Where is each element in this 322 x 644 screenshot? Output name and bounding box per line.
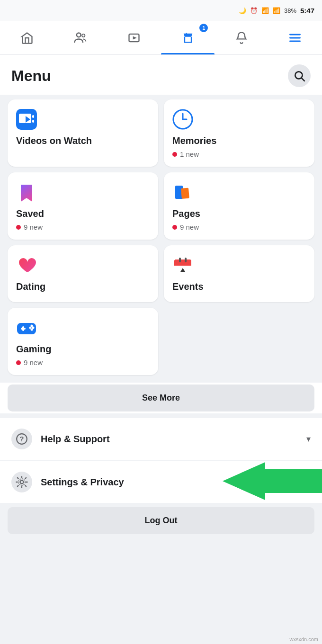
- logout-button[interactable]: Log Out: [8, 507, 314, 534]
- svg-rect-11: [19, 114, 31, 123]
- pages-badge-dot: [172, 225, 177, 230]
- svg-marker-37: [223, 462, 322, 500]
- svg-marker-3: [133, 36, 137, 39]
- svg-point-30: [32, 327, 35, 329]
- menu-card-events[interactable]: Events: [164, 245, 314, 302]
- nav-friends[interactable]: [54, 21, 107, 54]
- nav-marketplace[interactable]: 1: [161, 21, 215, 54]
- svg-text:?: ?: [19, 435, 24, 443]
- status-time: 5:47: [300, 7, 314, 15]
- svg-point-32: [31, 329, 33, 331]
- alarm-icon: 🌙: [239, 7, 246, 14]
- svg-rect-14: [32, 120, 34, 123]
- svg-point-31: [31, 325, 33, 327]
- help-support-item[interactable]: ? Help & Support ▾: [0, 418, 322, 460]
- nav-watch[interactable]: [107, 21, 161, 54]
- green-arrow-annotation: [223, 460, 322, 504]
- nav-bar: 1: [0, 21, 322, 55]
- signal-icon: 📶: [273, 7, 280, 14]
- memories-label: Memories: [172, 135, 306, 146]
- logout-section: Log Out: [0, 507, 322, 546]
- wifi-icon: 📶: [261, 7, 269, 14]
- gaming-badge-dot: [16, 360, 21, 365]
- nav-menu[interactable]: [268, 21, 322, 54]
- memories-badge: 1 new: [172, 150, 306, 158]
- svg-point-4: [186, 33, 187, 34]
- svg-rect-24: [185, 258, 187, 262]
- svg-rect-13: [32, 115, 34, 118]
- videos-icon: [16, 109, 37, 130]
- menu-card-gaming[interactable]: Gaming 9 new: [8, 308, 158, 375]
- nav-notifications[interactable]: [215, 21, 268, 54]
- menu-card-videos-on-watch[interactable]: Videos on Watch: [8, 99, 158, 167]
- menu-grid: Videos on Watch Memories 1 new: [0, 96, 322, 383]
- status-bar: 🌙 ⏰ 📶 📶 38% 5:47: [0, 0, 322, 21]
- menu-card-dating[interactable]: Dating: [8, 245, 158, 302]
- menu-title: Menu: [11, 67, 51, 85]
- hamburger-icon: [288, 31, 302, 45]
- friends-icon: [73, 31, 88, 45]
- svg-line-9: [302, 78, 304, 81]
- svg-rect-23: [179, 258, 181, 262]
- pages-icon: [172, 182, 193, 203]
- svg-point-29: [29, 327, 32, 329]
- search-button[interactable]: [288, 64, 311, 87]
- battery-text: 38%: [284, 7, 296, 14]
- pages-label: Pages: [172, 208, 306, 219]
- saved-icon: [16, 182, 37, 203]
- gaming-icon: [16, 317, 37, 338]
- gaming-label: Gaming: [16, 344, 150, 355]
- menu-card-memories[interactable]: Memories 1 new: [164, 99, 314, 167]
- gaming-badge: 9 new: [16, 358, 150, 367]
- menu-header: Menu: [0, 55, 322, 95]
- settings-icon: [11, 472, 32, 492]
- saved-badge-dot: [16, 225, 21, 230]
- watermark: wxsxdn.com: [289, 636, 318, 642]
- watch-icon: [127, 31, 141, 45]
- menu-card-saved[interactable]: Saved 9 new: [8, 172, 158, 240]
- marketplace-icon: [181, 31, 195, 45]
- svg-point-36: [18, 479, 25, 485]
- events-icon: [172, 255, 193, 276]
- dating-icon: [16, 255, 37, 276]
- svg-rect-17: [181, 188, 189, 199]
- help-icon: ?: [11, 429, 32, 449]
- settings-privacy-item[interactable]: Settings & Privacy: [0, 461, 322, 503]
- svg-rect-28: [22, 326, 24, 331]
- saved-label: Saved: [16, 208, 150, 219]
- svg-point-1: [82, 34, 85, 36]
- help-support-label: Help & Support: [41, 434, 298, 445]
- see-more-button[interactable]: See More: [8, 385, 314, 411]
- memories-badge-dot: [172, 152, 177, 157]
- events-label: Events: [172, 281, 306, 292]
- videos-label: Videos on Watch: [16, 135, 150, 146]
- saved-badge: 9 new: [16, 223, 150, 231]
- memories-icon: [172, 109, 193, 130]
- bell-icon: [235, 31, 248, 45]
- status-icons: 🌙 ⏰ 📶 📶 38% 5:47: [239, 7, 314, 15]
- marketplace-badge: 1: [199, 24, 208, 32]
- menu-card-pages[interactable]: Pages 9 new: [164, 172, 314, 240]
- svg-point-0: [77, 33, 81, 37]
- clock-icon: ⏰: [250, 7, 258, 14]
- chevron-down-icon: ▾: [306, 434, 311, 444]
- home-icon: [20, 31, 34, 45]
- svg-point-35: [20, 481, 24, 484]
- dating-label: Dating: [16, 281, 150, 292]
- nav-home[interactable]: [0, 21, 54, 54]
- search-icon: [293, 70, 305, 82]
- pages-badge: 9 new: [172, 223, 306, 231]
- see-more-section: See More: [0, 383, 322, 413]
